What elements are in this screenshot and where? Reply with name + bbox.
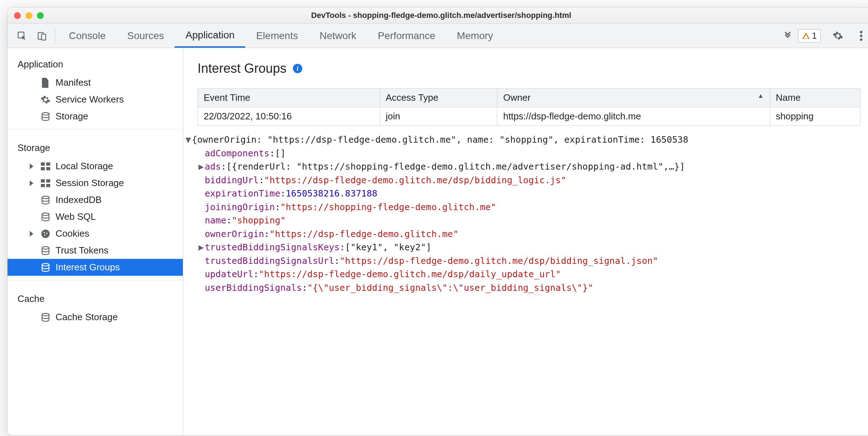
tab-console[interactable]: Console — [58, 24, 117, 48]
disclosure-open-icon[interactable]: ▼ — [185, 133, 192, 147]
sidebar-item-label: Storage — [56, 111, 88, 122]
object-property-row: updateUrl: "https://dsp-fledge-demo.glit… — [185, 267, 868, 281]
object-property-row: trustedBiddingSignalsUrl: "https://dsp-f… — [185, 254, 868, 268]
file-icon — [41, 78, 51, 88]
sidebar-item-label: Manifest — [56, 77, 91, 88]
sidebar-item-local-storage[interactable]: Local Storage — [8, 158, 183, 175]
sidebar-item-trust-tokens[interactable]: Trust Tokens — [8, 242, 183, 259]
object-property-row: name: "shopping" — [185, 214, 868, 227]
svg-point-18 — [44, 232, 45, 233]
toolbar-right: 1 — [798, 24, 868, 48]
object-key: ads — [205, 160, 221, 174]
object-key: adComponents — [205, 147, 270, 160]
disclosure-closed-icon[interactable]: ▶ — [198, 241, 205, 254]
object-key: trustedBiddingSignalsKeys — [205, 241, 340, 254]
sidebar-section-header: Cache — [8, 285, 183, 309]
application-content: Interest Groups i Event TimeAccess TypeO… — [183, 48, 868, 435]
object-key: updateUrl — [205, 267, 253, 281]
sidebar-item-cookies[interactable]: Cookies — [8, 225, 183, 242]
sidebar-item-cache-storage[interactable]: Cache Storage — [8, 309, 183, 326]
sidebar-item-manifest[interactable]: Manifest — [8, 74, 183, 91]
svg-point-3 — [860, 31, 863, 33]
table-header-access-type[interactable]: Access Type — [380, 89, 497, 107]
object-key: biddingUrl — [205, 174, 259, 187]
device-toggle-button[interactable] — [32, 24, 52, 48]
object-value: "shopping" — [232, 214, 286, 227]
sidebar-item-label: Cookies — [56, 228, 89, 239]
object-value: "https://dsp-fledge-demo.glitch.me/dsp/d… — [259, 267, 561, 281]
tab-memory[interactable]: Memory — [446, 24, 504, 48]
sort-indicator-icon: ▲ — [758, 92, 764, 100]
tab-sources[interactable]: Sources — [117, 24, 175, 48]
window-minimize-button[interactable] — [25, 12, 32, 19]
sidebar-section-header: Application — [8, 50, 183, 74]
svg-point-15 — [42, 196, 49, 198]
table-row[interactable]: 22/03/2022, 10:50:16joinhttps://dsp-fled… — [198, 107, 860, 126]
tab-elements[interactable]: Elements — [245, 24, 309, 48]
svg-point-17 — [41, 229, 49, 238]
object-value: [] — [275, 147, 286, 160]
object-value: {ownerOrigin: "https://dsp-fledge-demo.g… — [192, 133, 688, 147]
object-value: [{renderUrl: "https://shopping-fledge-de… — [226, 160, 685, 174]
issues-warning-badge[interactable]: 1 — [798, 29, 821, 43]
svg-point-5 — [860, 38, 863, 41]
panel-tabstrip: ConsoleSourcesApplicationElementsNetwork… — [58, 24, 778, 48]
svg-point-23 — [42, 313, 49, 316]
table-header-owner[interactable]: Owner▲ — [497, 89, 770, 107]
page-title: Interest Groups i — [198, 61, 860, 76]
tab-performance[interactable]: Performance — [367, 24, 446, 48]
sidebar-item-interest-groups[interactable]: Interest Groups — [8, 259, 183, 276]
svg-rect-9 — [41, 167, 45, 170]
more-options-button[interactable] — [855, 31, 868, 41]
more-tabs-button[interactable] — [778, 24, 798, 48]
table-cell: https://dsp-fledge-demo.glitch.me — [497, 107, 770, 126]
svg-rect-11 — [41, 179, 45, 183]
svg-point-22 — [42, 263, 49, 266]
object-key: name — [205, 214, 226, 227]
sidebar-item-indexeddb[interactable]: IndexedDB — [8, 191, 183, 208]
inspect-element-button[interactable] — [12, 24, 32, 48]
sidebar-item-storage[interactable]: Storage — [8, 108, 183, 125]
svg-rect-7 — [41, 162, 45, 166]
object-value: "https://shopping-fledge-demo.glitch.me" — [280, 200, 496, 214]
info-icon[interactable]: i — [293, 64, 302, 73]
svg-rect-2 — [42, 34, 46, 40]
sidebar-item-session-storage[interactable]: Session Storage — [8, 175, 183, 191]
sidebar-item-label: Local Storage — [56, 161, 113, 172]
object-value: "https://dsp-fledge-demo.glitch.me/dsp/b… — [340, 254, 658, 268]
object-key: joiningOrigin — [205, 200, 275, 214]
object-property-row[interactable]: ▼{ownerOrigin: "https://dsp-fledge-demo.… — [185, 133, 868, 147]
page-title-text: Interest Groups — [198, 61, 286, 76]
table-header-name[interactable]: Name — [770, 89, 860, 107]
object-key: expirationTime — [205, 187, 280, 200]
tab-application[interactable]: Application — [175, 24, 245, 48]
kebab-icon — [860, 31, 863, 41]
window-maximize-button[interactable] — [37, 12, 44, 19]
sidebar-divider — [8, 129, 183, 129]
grid-icon — [41, 161, 51, 171]
window-close-button[interactable] — [14, 12, 21, 19]
svg-rect-12 — [46, 179, 50, 183]
object-value: "{\"user_bidding_signals\":\"user_biddin… — [307, 281, 593, 295]
object-property-row[interactable]: ▶trustedBiddingSignalsKeys: ["key1", "ke… — [185, 241, 868, 254]
table-header-event-time[interactable]: Event Time — [198, 89, 380, 107]
disclosure-closed-icon[interactable]: ▶ — [198, 160, 205, 174]
sidebar-item-web-sql[interactable]: Web SQL — [8, 208, 183, 225]
sidebar-item-service-workers[interactable]: Service Workers — [8, 91, 183, 108]
settings-button[interactable] — [827, 30, 848, 41]
tab-network[interactable]: Network — [309, 24, 367, 48]
db-icon — [41, 312, 51, 322]
svg-point-6 — [42, 112, 49, 115]
svg-point-20 — [44, 234, 46, 236]
object-property-row: expirationTime: 1650538216.837188 — [185, 187, 868, 200]
devtools-window: DevTools - shopping-fledge-demo.glitch.m… — [7, 7, 868, 436]
gear-icon — [41, 95, 51, 105]
sidebar-divider — [8, 280, 183, 280]
cookie-icon — [41, 229, 51, 239]
object-value: "https://dsp-fledge-demo.glitch.me" — [270, 227, 459, 241]
object-value: 1650538216.837188 — [286, 187, 378, 200]
sidebar-item-label: Web SQL — [56, 211, 96, 222]
sidebar-item-label: Trust Tokens — [56, 245, 108, 256]
db-icon — [41, 246, 51, 256]
object-property-row[interactable]: ▶ads: [{renderUrl: "https://shopping-fle… — [185, 160, 868, 174]
